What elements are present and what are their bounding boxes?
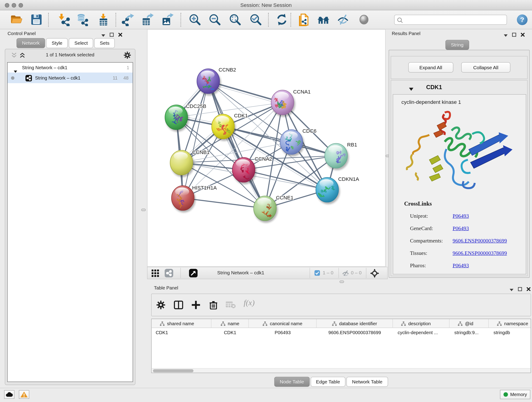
tab-node-table[interactable]: Node Table	[274, 377, 310, 387]
column-header-@id[interactable]: @id	[450, 319, 489, 328]
table-cell[interactable]: stringdb:9...	[450, 328, 489, 337]
status-bar: Memory	[0, 388, 532, 402]
network-selection-status: 1 of 1 Network selected	[5, 52, 135, 57]
tab-network-table[interactable]: Network Table	[347, 377, 388, 387]
network-collection-row[interactable]: String Network – cdk1 1	[7, 63, 133, 73]
results-close-icon[interactable]	[521, 32, 525, 38]
network-node-RB1[interactable]: RB1	[325, 142, 357, 170]
hide-unhide-icon[interactable]	[336, 13, 350, 26]
gene-collapse-icon[interactable]	[409, 86, 413, 92]
column-header-shared-name[interactable]: shared name	[152, 319, 211, 328]
crosslink-link[interactable]: P06493	[453, 225, 469, 231]
panel-close-icon[interactable]	[118, 32, 122, 38]
network-node-CDC6[interactable]: CDC6	[280, 128, 317, 157]
results-float-icon[interactable]	[512, 32, 516, 38]
export-network-icon[interactable]	[122, 13, 135, 26]
crosslink-row: Pharos:P06493	[393, 260, 526, 272]
network-options-gear-icon[interactable]	[124, 51, 131, 60]
table-hscrollbar[interactable]	[152, 368, 531, 373]
table-cell[interactable]: CDK1	[152, 328, 211, 337]
panel-float-icon[interactable]	[110, 32, 114, 38]
network-list: String Network – cdk1 1 String Network –…	[7, 62, 133, 382]
tab-sets[interactable]: Sets	[94, 38, 115, 48]
table-close-icon[interactable]	[526, 287, 531, 293]
network-node-CCNA2[interactable]: CCNA2	[232, 156, 272, 185]
selected-checkbox-icon[interactable]	[315, 270, 320, 277]
column-header-canonical-name[interactable]: canonical name	[249, 319, 317, 328]
search-input[interactable]	[405, 16, 505, 24]
table-tabs: Node TableEdge TableNetwork Table	[274, 377, 389, 387]
table-settings-gear-icon[interactable]	[157, 300, 165, 311]
share-document-icon[interactable]	[297, 13, 310, 26]
table-cell[interactable]: cyclin-dependent ...	[393, 328, 450, 337]
show-columns-icon[interactable]	[174, 300, 183, 311]
crosslink-label: GeneCard:	[410, 225, 433, 231]
network-node-HIST1H1A[interactable]: HIST1H1A	[172, 185, 217, 213]
network-node-CCNE1[interactable]: CCNE1	[254, 195, 293, 223]
crosslink-link[interactable]: 9606.ENSP00000378699	[453, 238, 507, 244]
memory-label: Memory	[510, 392, 527, 397]
column-header-database-identifier[interactable]: database identifier	[317, 319, 393, 328]
add-column-icon[interactable]	[191, 300, 201, 311]
table-cell[interactable]: 9606.ENSP00000378699	[317, 328, 393, 337]
network-share-view-icon[interactable]	[165, 269, 173, 279]
home-string-icon[interactable]	[317, 13, 330, 26]
warning-status-button[interactable]	[19, 390, 29, 399]
results-menu-icon[interactable]	[504, 32, 508, 38]
zoom-fit-icon[interactable]	[229, 13, 242, 26]
table-cell[interactable]: CDK1	[211, 328, 249, 337]
horizontal-splitter-handle[interactable]	[340, 281, 344, 283]
show-graphics-icon[interactable]	[357, 13, 370, 26]
table-menu-icon[interactable]	[510, 287, 514, 293]
network-row-selected[interactable]: String Network – cdk1 11 48	[7, 73, 133, 83]
birds-eye-view-icon[interactable]	[189, 269, 198, 279]
network-node-CCNB1[interactable]: CCNB1	[170, 149, 210, 177]
crosslink-link[interactable]: P06493	[453, 262, 469, 269]
collapse-all-button[interactable]: Collapse All	[461, 62, 510, 73]
fit-crosshair-icon[interactable]	[370, 269, 379, 279]
protein-structure-image	[404, 108, 517, 198]
network-node-CCNB2[interactable]: CCNB2	[197, 67, 236, 96]
column-header-description[interactable]: description	[393, 319, 450, 328]
network-edge[interactable]	[208, 81, 265, 208]
column-header-namespace[interactable]: namespace	[489, 319, 531, 328]
zoom-in-icon[interactable]	[188, 13, 201, 26]
delete-column-icon[interactable]	[209, 300, 218, 311]
table-cell[interactable]: stringdb	[489, 328, 531, 337]
import-network-icon[interactable]	[58, 13, 71, 26]
grid-view-icon[interactable]	[152, 269, 159, 279]
tab-string[interactable]: String	[445, 40, 469, 50]
crosslink-link[interactable]: P06493	[453, 213, 469, 219]
open-session-icon[interactable]	[10, 13, 23, 26]
export-image-icon[interactable]	[161, 13, 174, 26]
memory-button[interactable]: Memory	[500, 390, 530, 399]
crosslink-link[interactable]: 9606.ENSP00000378699	[453, 250, 507, 256]
help-button[interactable]: ?	[517, 14, 528, 25]
tab-select[interactable]: Select	[69, 38, 93, 48]
network-node-CCNA1[interactable]: CCNA1	[271, 89, 311, 117]
node-label-CCNA2: CCNA2	[255, 156, 272, 162]
expand-all-button[interactable]: Expand All	[408, 62, 453, 73]
table-cell[interactable]: P06493	[249, 328, 317, 337]
zoom-out-icon[interactable]	[208, 13, 221, 26]
save-session-icon[interactable]	[30, 13, 43, 26]
zoom-selected-icon[interactable]	[249, 13, 262, 26]
vertical-splitter-handle[interactable]	[141, 209, 146, 211]
network-node-CDKN1A[interactable]: CDKN1A	[316, 176, 359, 204]
network-canvas[interactable]: CCNB2CCNA1CDC25BCDK1CDC6RB1CCNB1CCNA2CDK…	[147, 29, 386, 267]
cloud-status-button[interactable]	[4, 390, 14, 399]
tab-style[interactable]: Style	[46, 38, 68, 48]
panel-menu-icon[interactable]	[101, 32, 105, 38]
tab-edge-table[interactable]: Edge Table	[310, 377, 346, 387]
table-float-icon[interactable]	[518, 287, 522, 293]
control-panel: Control Panel NetworkStyleSelectSets 1 o…	[3, 29, 138, 388]
tab-network[interactable]: Network	[17, 38, 45, 48]
import-database-icon[interactable]	[76, 13, 89, 26]
hidden-eye-icon	[342, 270, 349, 278]
export-table-icon[interactable]	[141, 13, 154, 26]
refresh-layout-icon[interactable]	[275, 13, 288, 26]
gene-description: cyclin-dependent kinase 1	[401, 99, 461, 105]
column-header-name[interactable]: name	[211, 319, 249, 328]
import-table-icon[interactable]	[97, 13, 110, 26]
node-label-CDC25B: CDC25B	[186, 103, 206, 109]
